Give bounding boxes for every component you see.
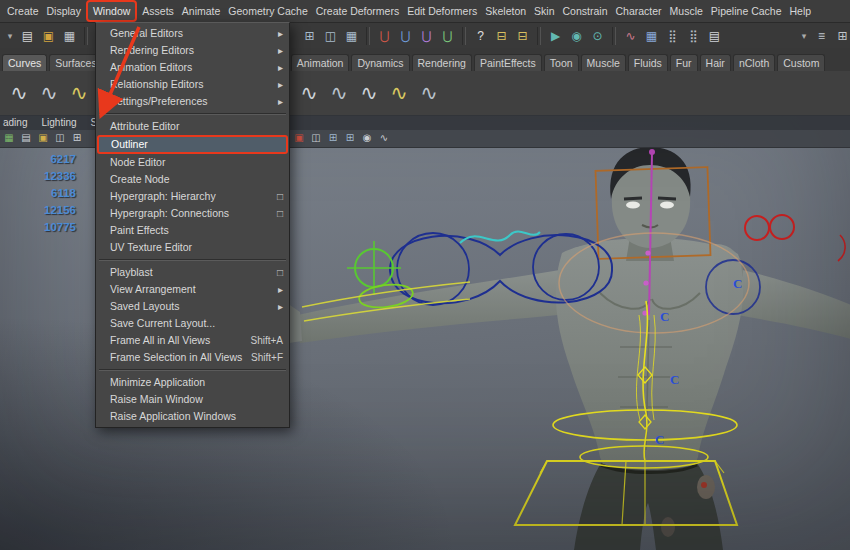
menu-separator[interactable] bbox=[99, 113, 286, 115]
snap-to-grid-icon[interactable]: ⋃ bbox=[375, 27, 394, 46]
menubar-item-create-deformers[interactable]: Create Deformers bbox=[312, 2, 403, 20]
menu-separator[interactable] bbox=[99, 369, 286, 371]
render-current-frame-icon[interactable]: ▶ bbox=[546, 27, 565, 46]
menubar-item-pipeline-cache[interactable]: Pipeline Cache bbox=[707, 2, 786, 20]
snap-to-point-icon[interactable]: ⋃ bbox=[417, 27, 436, 46]
shelf-tab-painteffects[interactable]: PaintEffects bbox=[474, 54, 542, 71]
ep-curve-tool-icon[interactable]: ∿ bbox=[35, 77, 63, 109]
statusline-divider[interactable] bbox=[366, 27, 370, 45]
panel-select-camera-icon[interactable]: ▦ bbox=[2, 131, 16, 145]
shelf-tab-fur[interactable]: Fur bbox=[670, 54, 698, 71]
menu-item-paint-effects[interactable]: Paint Effects bbox=[96, 222, 289, 239]
curve-edit-tool-icon[interactable]: ∿ bbox=[325, 77, 353, 109]
panel-wireframe-icon[interactable]: ◫ bbox=[309, 131, 323, 145]
panel-lighting-icon[interactable]: ◉ bbox=[360, 131, 374, 145]
panel-menu-lighting[interactable]: Lighting bbox=[41, 117, 76, 128]
panel-shaded-icon[interactable]: ⊞ bbox=[326, 131, 340, 145]
menu-item-view-arrangement[interactable]: View Arrangement ▸ bbox=[96, 281, 289, 298]
menu-item-settings-preferences[interactable]: Settings/Preferences ▸ bbox=[96, 93, 289, 110]
shelf-tab-fluids[interactable]: Fluids bbox=[628, 54, 668, 71]
menu-item-minimize-application[interactable]: Minimize Application bbox=[96, 374, 289, 391]
render-settings-icon[interactable]: ⊙ bbox=[588, 27, 607, 46]
shelf-tab-rendering[interactable]: Rendering bbox=[412, 54, 472, 71]
menubar-item-skeleton[interactable]: Skeleton bbox=[481, 2, 530, 20]
menubar-item-character[interactable]: Character bbox=[611, 2, 665, 20]
file-save-icon[interactable]: ▦ bbox=[60, 27, 79, 46]
character-model[interactable] bbox=[266, 147, 850, 550]
menu-separator[interactable] bbox=[99, 259, 286, 261]
output-connections-icon[interactable]: ⊟ bbox=[513, 27, 532, 46]
grid-option-icon[interactable]: ⣿ bbox=[663, 27, 682, 46]
panel-textured-icon[interactable]: ⊞ bbox=[343, 131, 357, 145]
statusline-divider[interactable] bbox=[462, 27, 466, 45]
menu-item-hypergraph-connections[interactable]: Hypergraph: Connections □ bbox=[96, 205, 289, 222]
file-open-icon[interactable]: ▣ bbox=[39, 27, 58, 46]
curve-point-tool-icon[interactable]: ∿ bbox=[295, 77, 323, 109]
input-connections-icon[interactable]: ⊟ bbox=[492, 27, 511, 46]
shelf-tab-custom[interactable]: Custom bbox=[777, 54, 825, 71]
menu-item-saved-layouts[interactable]: Saved Layouts ▸ bbox=[96, 298, 289, 315]
select-hierarchy-icon[interactable]: ⊞ bbox=[300, 27, 319, 46]
menu-item-create-node[interactable]: Create Node bbox=[96, 171, 289, 188]
wrist-control-curve[interactable] bbox=[745, 215, 845, 261]
statusline-collapse-caret[interactable]: ▾ bbox=[4, 27, 16, 46]
menubar-item-assets[interactable]: Assets bbox=[138, 2, 178, 20]
menubar-item-create[interactable]: Create bbox=[3, 2, 43, 20]
statusline-divider[interactable] bbox=[84, 27, 88, 45]
shelf-tab-dynamics[interactable]: Dynamics bbox=[351, 54, 409, 71]
snap-to-curve-icon[interactable]: ⋃ bbox=[396, 27, 415, 46]
shelf-tab-toon[interactable]: Toon bbox=[544, 54, 579, 71]
snap-to-view-plane-icon[interactable]: ⋃ bbox=[438, 27, 457, 46]
shelf-tab-muscle[interactable]: Muscle bbox=[581, 54, 626, 71]
menubar-item-geometry-cache[interactable]: Geometry Cache bbox=[224, 2, 311, 20]
menu-item-frame-all-in-all-views[interactable]: Frame All in All Views Shift+A bbox=[96, 332, 289, 349]
statusline-divider[interactable] bbox=[612, 27, 616, 45]
panel-xray-icon[interactable]: ∿ bbox=[377, 131, 391, 145]
select-component-icon[interactable]: ▦ bbox=[342, 27, 361, 46]
ipr-render-icon[interactable]: ◉ bbox=[567, 27, 586, 46]
clavicle-control-curve[interactable] bbox=[460, 232, 540, 243]
select-object-icon[interactable]: ◫ bbox=[321, 27, 340, 46]
cv-curve-tool-icon[interactable]: ∿ bbox=[5, 77, 33, 109]
menu-item-frame-selection-in-all-views[interactable]: Frame Selection in All Views Shift+F bbox=[96, 349, 289, 366]
panel-menu-shading[interactable]: ading bbox=[3, 117, 27, 128]
shelf-tab-ncloth[interactable]: nCloth bbox=[733, 54, 775, 71]
attach-curves-icon[interactable]: ∿ bbox=[355, 77, 383, 109]
menu-item-node-editor[interactable]: Node Editor bbox=[96, 154, 289, 171]
menu-item-playblast[interactable]: Playblast □ bbox=[96, 264, 289, 281]
menubar-item-constrain[interactable]: Constrain bbox=[559, 2, 612, 20]
menubar-item-display[interactable]: Display bbox=[43, 2, 85, 20]
texture-view-icon[interactable]: ▦ bbox=[642, 27, 661, 46]
layer-editor-icon[interactable]: ▤ bbox=[705, 27, 724, 46]
statusline-collapse-caret[interactable]: ▾ bbox=[798, 27, 810, 46]
tool-settings-toggle-icon[interactable]: ⊞ bbox=[833, 27, 850, 46]
paint-effects-icon[interactable]: ∿ bbox=[621, 27, 640, 46]
insert-knot-icon[interactable]: ∿ bbox=[415, 77, 443, 109]
grid-option-icon[interactable]: ⣿ bbox=[684, 27, 703, 46]
shelf-tab-animation[interactable]: Animation bbox=[291, 54, 350, 71]
menubar-item-animate[interactable]: Animate bbox=[178, 2, 225, 20]
panel-bookmark-icon[interactable]: ▣ bbox=[36, 131, 50, 145]
menubar-item-window[interactable]: Window bbox=[86, 0, 137, 22]
panel-image-plane-icon[interactable]: ◫ bbox=[53, 131, 67, 145]
panel-2d-pan-zoom-icon[interactable]: ⊞ bbox=[70, 131, 84, 145]
menu-item-attribute-editor[interactable]: Attribute Editor bbox=[96, 118, 289, 135]
menu-item-raise-application-windows[interactable]: Raise Application Windows bbox=[96, 408, 289, 425]
panel-isolate-select-icon[interactable]: ▣ bbox=[292, 131, 306, 145]
menubar-item-skin[interactable]: Skin bbox=[530, 2, 558, 20]
bezier-curve-tool-icon[interactable]: ∿ bbox=[65, 77, 93, 109]
shelf-tab-hair[interactable]: Hair bbox=[700, 54, 731, 71]
help-icon[interactable]: ? bbox=[471, 27, 490, 46]
menu-item-save-current-layout[interactable]: Save Current Layout... bbox=[96, 315, 289, 332]
statusline-divider[interactable] bbox=[537, 27, 541, 45]
shelf-tab-curves[interactable]: Curves bbox=[2, 54, 47, 71]
menu-item-raise-main-window[interactable]: Raise Main Window bbox=[96, 391, 289, 408]
panel-lock-camera-icon[interactable]: ▤ bbox=[19, 131, 33, 145]
menu-item-general-editors[interactable]: General Editors ▸ bbox=[96, 25, 289, 42]
menu-item-relationship-editors[interactable]: Relationship Editors ▸ bbox=[96, 76, 289, 93]
menu-item-rendering-editors[interactable]: Rendering Editors ▸ bbox=[96, 42, 289, 59]
menubar-item-muscle[interactable]: Muscle bbox=[666, 2, 707, 20]
file-new-icon[interactable]: ▤ bbox=[18, 27, 37, 46]
detach-curves-icon[interactable]: ∿ bbox=[385, 77, 413, 109]
channel-box-toggle-icon[interactable]: ≡ bbox=[812, 27, 831, 46]
